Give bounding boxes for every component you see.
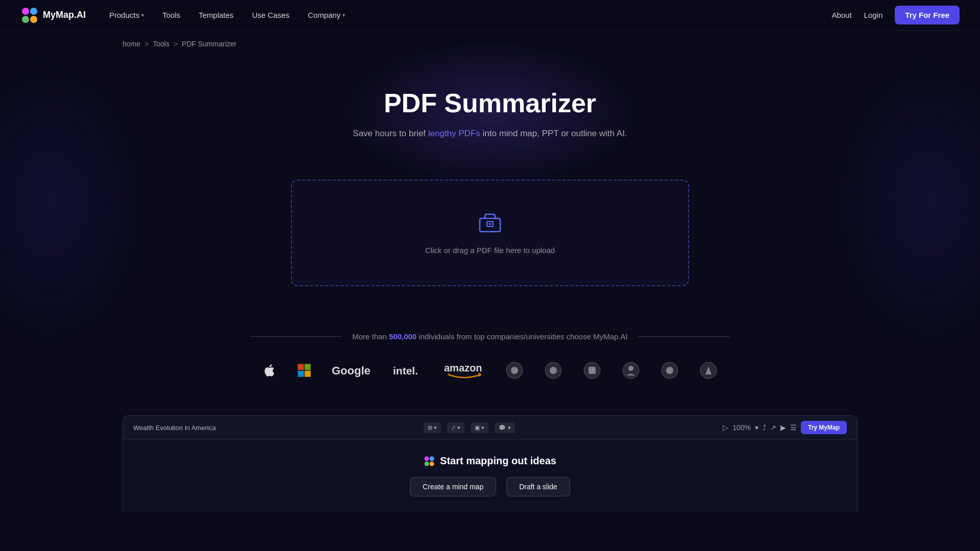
more-icon[interactable]: ☰ bbox=[790, 423, 797, 432]
about-link[interactable]: About bbox=[831, 11, 851, 19]
layout-button[interactable]: ⊞ ▾ bbox=[424, 422, 441, 433]
control-group-2: ⤢ ▾ bbox=[447, 422, 464, 433]
nav-item-templates[interactable]: Templates bbox=[191, 7, 240, 23]
upload-icon bbox=[478, 211, 502, 238]
svg-rect-10 bbox=[298, 371, 304, 377]
preview-content-title: Start mapping out ideas bbox=[424, 455, 556, 467]
present-icon[interactable]: ▶ bbox=[780, 423, 786, 432]
preview-action-buttons: Create a mind map Draft a slide bbox=[410, 477, 570, 496]
svg-point-2 bbox=[22, 16, 29, 23]
microsoft-logo bbox=[297, 363, 311, 378]
comment-button[interactable]: 💬 ▾ bbox=[495, 422, 514, 433]
breadcrumb-tools[interactable]: Tools bbox=[153, 40, 169, 48]
divider-right bbox=[638, 336, 730, 337]
preview-logo-icon bbox=[424, 456, 435, 467]
svg-text:intel.: intel. bbox=[393, 365, 418, 377]
svg-point-22 bbox=[628, 366, 633, 371]
preview-start-text: Start mapping out ideas bbox=[440, 455, 556, 467]
logos-row: Google intel. amazon bbox=[20, 361, 960, 380]
svg-text:amazon: amazon bbox=[444, 362, 482, 373]
intel-logo: intel. bbox=[393, 363, 424, 378]
apple-logo bbox=[262, 363, 277, 378]
breadcrumb-home[interactable]: home bbox=[122, 40, 140, 48]
svg-rect-8 bbox=[298, 364, 304, 370]
chevron-down-icon: ▾ bbox=[141, 12, 144, 18]
upload-container: Click or drag a PDF file here to upload bbox=[291, 180, 689, 286]
svg-point-0 bbox=[22, 8, 29, 15]
upload-area[interactable]: Click or drag a PDF file here to upload bbox=[291, 180, 689, 286]
breadcrumb: home > Tools > PDF Summarizer bbox=[0, 31, 980, 57]
social-proof-section: More than 500,000 individuals from top c… bbox=[0, 307, 980, 395]
page-title: PDF Summarizer bbox=[20, 88, 960, 118]
hero-subtitle: Save hours to brief lengthy PDFs into mi… bbox=[20, 129, 960, 139]
subtitle-highlight: lengthy PDFs bbox=[428, 129, 480, 138]
export-icon[interactable]: ↗ bbox=[770, 423, 776, 432]
breadcrumb-current: PDF Summarizer bbox=[182, 40, 236, 48]
svg-point-28 bbox=[430, 456, 434, 461]
social-proof-line: More than 500,000 individuals from top c… bbox=[20, 332, 960, 341]
chevron-down-icon: ▾ bbox=[342, 12, 345, 18]
nav-right: About Login Try For Free bbox=[831, 6, 960, 24]
connect-button[interactable]: ⤢ ▾ bbox=[447, 422, 464, 433]
logo-11 bbox=[699, 361, 718, 380]
logo-7 bbox=[544, 361, 562, 380]
preview-content: Start mapping out ideas Create a mind ma… bbox=[123, 440, 857, 512]
control-group-1: ⊞ ▾ bbox=[424, 422, 441, 433]
breadcrumb-sep1: > bbox=[144, 40, 149, 48]
svg-rect-11 bbox=[305, 371, 311, 377]
create-mindmap-button[interactable]: Create a mind map bbox=[410, 477, 496, 496]
svg-point-18 bbox=[550, 367, 557, 374]
count-after: individuals from top companies/universit… bbox=[416, 332, 628, 341]
nav-item-products[interactable]: Products ▾ bbox=[102, 7, 151, 23]
preview-actions: ▷ 100% ▾ ⤴ ↗ ▶ ☰ Try MyMap bbox=[723, 421, 847, 434]
login-link[interactable]: Login bbox=[864, 11, 883, 19]
nav-item-tools[interactable]: Tools bbox=[155, 7, 187, 23]
svg-point-27 bbox=[425, 456, 429, 461]
google-logo: Google bbox=[332, 363, 373, 378]
logo-text: MyMap.AI bbox=[43, 10, 86, 20]
svg-point-30 bbox=[430, 461, 434, 466]
svg-text:Google: Google bbox=[332, 364, 371, 377]
control-group-4: 💬 ▾ bbox=[495, 422, 514, 433]
nav-left: MyMap.AI Products ▾ Tools Templates Use … bbox=[20, 6, 352, 24]
nav-item-use-cases[interactable]: Use Cases bbox=[245, 7, 297, 23]
upload-prompt: Click or drag a PDF file here to upload bbox=[425, 246, 555, 255]
draft-slide-button[interactable]: Draft a slide bbox=[506, 477, 570, 496]
logo[interactable]: MyMap.AI bbox=[20, 6, 86, 24]
logo-10 bbox=[660, 361, 679, 380]
navbar: MyMap.AI Products ▾ Tools Templates Use … bbox=[0, 0, 980, 31]
try-free-button[interactable]: Try For Free bbox=[895, 6, 960, 24]
hero-section: PDF Summarizer Save hours to brief lengt… bbox=[0, 57, 980, 159]
preview-controls: ⊞ ▾ ⤢ ▾ ▣ ▾ 💬 ▾ bbox=[424, 422, 514, 433]
frame-button[interactable]: ▣ ▾ bbox=[471, 422, 488, 433]
control-group-3: ▣ ▾ bbox=[471, 422, 488, 433]
subtitle-after: into mind map, PPT or outline with AI. bbox=[480, 129, 627, 138]
nav-items: Products ▾ Tools Templates Use Cases Com… bbox=[102, 7, 352, 23]
zoom-level: 100% bbox=[732, 423, 751, 432]
chevron-down-icon[interactable]: ▾ bbox=[755, 423, 758, 432]
social-proof-text: More than 500,000 individuals from top c… bbox=[352, 332, 627, 341]
breadcrumb-sep2: > bbox=[174, 40, 178, 48]
svg-point-3 bbox=[30, 16, 37, 23]
amazon-logo: amazon bbox=[444, 361, 485, 380]
divider-left bbox=[250, 336, 342, 337]
subtitle-before: Save hours to brief bbox=[353, 129, 428, 138]
svg-point-24 bbox=[666, 367, 673, 374]
user-count: 500,000 bbox=[389, 332, 416, 341]
preview-toolbar: Wealth Evolution in America ⊞ ▾ ⤢ ▾ ▣ ▾ … bbox=[123, 416, 857, 440]
share-icon[interactable]: ⤴ bbox=[763, 423, 766, 432]
count-before: More than bbox=[352, 332, 389, 341]
bottom-preview: Wealth Evolution in America ⊞ ▾ ⤢ ▾ ▣ ▾ … bbox=[122, 415, 857, 512]
logo-8 bbox=[583, 361, 601, 380]
logo-6 bbox=[505, 361, 524, 380]
logo-9 bbox=[622, 361, 640, 380]
svg-point-1 bbox=[30, 8, 37, 15]
play-icon[interactable]: ▷ bbox=[723, 423, 728, 432]
svg-rect-20 bbox=[589, 367, 596, 374]
svg-point-29 bbox=[425, 461, 429, 466]
svg-point-16 bbox=[511, 367, 518, 374]
try-mymap-button[interactable]: Try MyMap bbox=[801, 421, 847, 434]
preview-title: Wealth Evolution in America bbox=[133, 424, 216, 432]
svg-rect-9 bbox=[305, 364, 311, 370]
nav-item-company[interactable]: Company ▾ bbox=[301, 7, 352, 23]
